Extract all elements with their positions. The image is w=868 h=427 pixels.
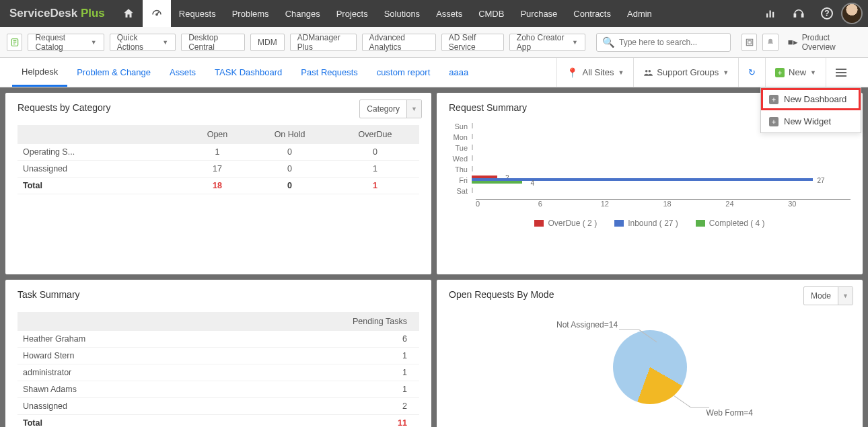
quick-actions-button[interactable]: Quick Actions ▼ <box>110 34 176 51</box>
svg-rect-2 <box>770 11 771 18</box>
search-icon: 🔍 <box>602 36 615 48</box>
tab-assets[interactable]: Assets <box>160 58 205 87</box>
tab-past-requests[interactable]: Past Requests <box>291 58 367 87</box>
search-input[interactable] <box>619 38 725 47</box>
tab-task-dashboard[interactable]: TASK Dashboard <box>205 58 291 87</box>
col-blank <box>17 125 186 144</box>
nav-changes[interactable]: Changes <box>277 0 328 27</box>
table-row[interactable]: administrator1 <box>17 364 419 381</box>
headset-icon[interactable] <box>785 0 813 27</box>
category-select[interactable]: Category▼ <box>359 100 422 118</box>
table-row[interactable]: Shawn Adams1 <box>17 381 419 398</box>
bell-icon[interactable] <box>762 34 778 51</box>
col-overdue: OverDue <box>331 125 419 144</box>
new-widget-item[interactable]: +New Widget <box>761 110 861 132</box>
col-pending: Pending Tasks <box>186 312 419 331</box>
dashboard-grid: Requests by Category Category▼ Open On H… <box>0 87 868 427</box>
toolbar-zoho-creator-app[interactable]: Zoho Creator App ▼ <box>509 34 585 51</box>
new-dashboard-item[interactable]: +New Dashboard <box>761 88 861 110</box>
support-groups-dropdown[interactable]: Support Groups ▼ <box>633 58 738 87</box>
svg-point-0 <box>156 13 157 15</box>
svg-rect-1 <box>766 13 768 17</box>
plus-icon: + <box>769 95 779 104</box>
user-avatar[interactable] <box>841 3 863 24</box>
table-row[interactable]: Unassigned1701 <box>17 161 419 178</box>
nav-purchase[interactable]: Purchase <box>512 0 565 27</box>
menu-button[interactable] <box>826 58 856 87</box>
task-table: Pending Tasks Heather Graham6Howard Ster… <box>17 312 419 427</box>
svg-rect-4 <box>794 14 795 17</box>
plus-icon: + <box>769 117 779 126</box>
table-row[interactable]: Unassigned2 <box>17 398 419 415</box>
mode-pie-chart: Not Assigned=14 Web Form=4 <box>449 313 851 421</box>
all-sites-dropdown[interactable]: 📍All Sites ▼ <box>556 58 633 87</box>
new-button[interactable]: +New ▼ <box>765 58 826 87</box>
app-logo: ServiceDesk Plus <box>0 7 114 20</box>
toolbar-advanced-analytics[interactable]: Advanced Analytics <box>362 34 436 51</box>
nav-requests[interactable]: Requests <box>171 0 224 27</box>
toolbar-ad-self-service[interactable]: AD Self Service <box>441 34 504 51</box>
global-search[interactable]: 🔍 <box>596 33 731 52</box>
panel-title: Open Requests By Mode <box>449 289 851 300</box>
menu-icon <box>836 69 846 77</box>
open-requests-by-mode-panel: Open Requests By Mode Mode▼ Not Assigned… <box>437 280 863 427</box>
table-row[interactable]: Operating S...100 <box>17 144 419 161</box>
table-total-row: Total1801 <box>17 178 419 194</box>
nav-assets[interactable]: Assets <box>428 0 470 27</box>
top-navbar: ServiceDesk Plus RequestsProblemsChanges… <box>0 0 868 27</box>
nav-cmdb[interactable]: CMDB <box>470 0 512 27</box>
dashboard-tabbar: HelpdeskProblem & ChangeAssetsTASK Dashb… <box>0 58 868 87</box>
reports-icon[interactable] <box>756 0 785 27</box>
tab-aaaa[interactable]: aaaa <box>439 58 478 87</box>
toolbar-desktop-central[interactable]: Desktop Central <box>181 34 245 51</box>
svg-rect-7 <box>746 39 752 45</box>
panel-title: Task Summary <box>17 289 419 300</box>
svg-rect-8 <box>748 40 751 44</box>
table-row[interactable]: Howard Stern1 <box>17 348 419 364</box>
group-icon <box>643 68 653 77</box>
refresh-button[interactable]: ↻ <box>738 58 765 87</box>
pie-label-web-form: Web Form=4 <box>707 408 753 418</box>
product-overview-link[interactable]: ■▸ Product Overview <box>784 33 861 52</box>
nav-admin[interactable]: Admin <box>619 0 660 27</box>
requests-by-category-panel: Requests by Category Category▼ Open On H… <box>5 93 431 274</box>
svg-point-10 <box>649 69 651 72</box>
nav-problems[interactable]: Problems <box>224 0 277 27</box>
task-summary-panel: Task Summary Pending Tasks Heather Graha… <box>5 280 431 427</box>
request-catalog-button[interactable]: Request Catalog ▼ <box>28 34 104 51</box>
tab-custom-report[interactable]: custom report <box>367 58 439 87</box>
toolbar-admanager-plus[interactable]: ADManager Plus <box>290 34 357 51</box>
video-icon: ■▸ <box>788 37 798 47</box>
new-dropdown-menu: +New Dashboard +New Widget <box>760 87 861 133</box>
nav-solutions[interactable]: Solutions <box>376 0 428 27</box>
svg-rect-5 <box>802 14 803 17</box>
col-onhold: On Hold <box>248 125 331 144</box>
scan-icon[interactable] <box>742 34 757 51</box>
table-row[interactable]: Heather Graham6 <box>17 331 419 348</box>
plus-icon: + <box>775 68 785 77</box>
tab-problem-change[interactable]: Problem & Change <box>67 58 160 87</box>
pie-label-not-assigned: Not Assigned=14 <box>556 320 618 329</box>
category-table: Open On Hold OverDue Operating S...100Un… <box>17 125 419 194</box>
mode-select[interactable]: Mode▼ <box>803 286 853 305</box>
nav-contracts[interactable]: Contracts <box>565 0 619 27</box>
dashboard-icon[interactable] <box>143 0 171 27</box>
pin-icon: 📍 <box>567 67 578 78</box>
table-total-row: Total11 <box>17 415 419 428</box>
chart-legend: OverDue ( 2 ) Inbound ( 27 ) Completed (… <box>449 219 851 228</box>
svg-point-9 <box>645 69 648 72</box>
requests-shortcut-icon[interactable] <box>7 34 22 51</box>
nav-projects[interactable]: Projects <box>328 0 376 27</box>
svg-rect-3 <box>772 12 774 17</box>
home-icon[interactable] <box>114 0 143 27</box>
tab-helpdesk[interactable]: Helpdesk <box>12 58 67 87</box>
col-open: Open <box>186 125 248 144</box>
help-icon[interactable]: ? <box>813 0 841 27</box>
toolbar-mdm[interactable]: MDM <box>250 34 285 51</box>
toolbar: Request Catalog ▼ Quick Actions ▼ Deskto… <box>0 27 868 58</box>
